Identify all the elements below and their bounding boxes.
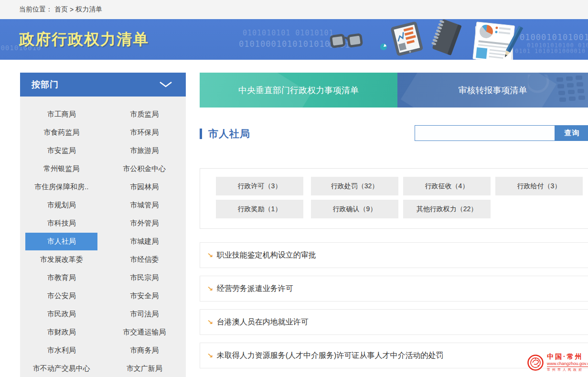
sidebar-item[interactable]: 市财政局 xyxy=(20,323,103,341)
sidebar-item[interactable]: 市科技局 xyxy=(20,214,103,232)
arrow-down-right-icon: ↘ xyxy=(207,352,213,359)
site-logo[interactable]: 中国·常州 www.changzhou.gov.cn 常州市人民政府 xyxy=(527,353,588,372)
sidebar-item[interactable]: 市民宗局 xyxy=(103,269,186,287)
sidebar-item[interactable]: 市旅游局 xyxy=(103,141,186,160)
sidebar-item[interactable]: 市公安局 xyxy=(20,287,103,305)
logo-name: 中国·常州 xyxy=(547,353,588,361)
sidebar-item[interactable]: 市司法局 xyxy=(103,305,186,323)
search-button[interactable]: 查询 xyxy=(555,125,588,141)
arrow-down-right-icon: ↘ xyxy=(207,285,213,292)
category-filter-panel: 行政许可（3） 行政处罚（32） 行政征收（4） 行政给付（3） 行政奖励（1）… xyxy=(200,168,588,229)
category-other-powers[interactable]: 其他行政权力（22） xyxy=(403,200,491,218)
arrow-down-right-icon: ↘ xyxy=(207,318,213,326)
banner-binary-text: 0101010101 01010101 xyxy=(243,29,334,37)
sidebar-header-label: 按部门 xyxy=(32,79,159,90)
category-administrative-payment[interactable]: 行政给付（3） xyxy=(495,177,583,195)
breadcrumb-home-link[interactable]: 首页 xyxy=(54,5,68,14)
sidebar-item[interactable]: 市公积金中心 xyxy=(103,160,186,178)
sidebar-header-by-department[interactable]: 按部门 xyxy=(20,73,186,97)
logo-text: 中国·常州 www.changzhou.gov.cn 常州市人民政府 xyxy=(547,353,588,372)
sidebar-item[interactable]: 市安全局 xyxy=(103,287,186,305)
sidebar-item[interactable]: 市商务局 xyxy=(103,341,186,359)
calculator-illustration xyxy=(528,75,585,106)
list-item[interactable]: ↘ 职业技能鉴定机构设立的审批 xyxy=(200,242,588,268)
sidebar-department-list: 市工商局 市质监局 市食药监局 市环保局 市安监局 市旅游局 常州银监局 市公积… xyxy=(20,97,186,377)
sidebar-item[interactable]: 市发展改革委 xyxy=(20,250,103,269)
category-administrative-reward[interactable]: 行政奖励（1） xyxy=(216,200,303,218)
search-input[interactable] xyxy=(415,125,555,141)
breadcrumb-prefix: 当前位置： xyxy=(19,5,53,14)
sidebar-item[interactable]: 市城管局 xyxy=(103,196,186,214)
glasses-icon xyxy=(330,31,364,51)
logo-url: www.changzhou.gov.cn xyxy=(547,361,588,367)
sidebar-item[interactable]: 市园林局 xyxy=(103,178,186,196)
sidebar-item[interactable]: 市交通运输局 xyxy=(103,323,186,341)
section-title: 市人社局 xyxy=(208,127,250,140)
banner: 0001010010 0101010101 01010101 010100010… xyxy=(0,19,588,60)
sidebar-item[interactable]: 市质监局 xyxy=(103,105,186,123)
section-title-accent-bar xyxy=(200,129,202,139)
logo-subtitle: 常州市人民政府 xyxy=(547,367,588,372)
tab-review-transfer-items[interactable]: 审核转报事项清单 xyxy=(397,73,588,108)
page: 当前位置： 首页 > 权力清单 0001010010 0101010101 01… xyxy=(0,0,588,377)
category-administrative-levy[interactable]: 行政征收（4） xyxy=(403,177,491,195)
category-administrative-confirmation[interactable]: 行政确认（9） xyxy=(311,200,398,218)
sidebar-item[interactable]: 常州银监局 xyxy=(20,160,103,178)
dot-icon xyxy=(380,43,387,51)
sidebar-item[interactable]: 市文广新局 xyxy=(103,359,186,377)
sidebar-item[interactable]: 市经信委 xyxy=(103,250,186,269)
category-administrative-license[interactable]: 行政许可（3） xyxy=(216,177,303,195)
pencil-icon xyxy=(501,24,524,60)
government-seal-icon xyxy=(527,354,544,371)
sidebar-item[interactable]: 市教育局 xyxy=(20,269,103,287)
sidebar-item[interactable]: 市工商局 xyxy=(20,105,103,123)
banner-binary-text: 0101 1010101000010 xyxy=(515,48,586,54)
sidebar-item[interactable]: 市不动产交易中心 xyxy=(20,359,103,377)
sidebar-item[interactable]: 市水利局 xyxy=(20,341,103,359)
page-title: 政府行政权力清单 xyxy=(19,29,149,50)
tablet-chart-icon xyxy=(390,21,424,57)
arrow-down-right-icon: ↘ xyxy=(207,251,213,259)
breadcrumb: 当前位置： 首页 > 权力清单 xyxy=(0,0,588,19)
sidebar-item[interactable]: 市安监局 xyxy=(20,141,103,160)
breadcrumb-separator: > xyxy=(70,6,74,13)
sidebar-item[interactable]: 市城建局 xyxy=(103,232,186,250)
sidebar-item[interactable]: 市食药监局 xyxy=(20,123,103,141)
notebook-icon xyxy=(429,19,462,58)
list-item[interactable]: ↘ 台港澳人员在内地就业许可 xyxy=(200,309,588,335)
banner-binary-text: 01000101010010101010 xyxy=(520,32,588,42)
category-administrative-penalty[interactable]: 行政处罚（32） xyxy=(311,177,398,195)
sidebar-item-selected[interactable]: 市人社局 xyxy=(20,232,103,250)
sidebar-item[interactable]: 市民政局 xyxy=(20,305,103,323)
sidebar-item[interactable]: 市规划局 xyxy=(20,196,103,214)
sidebar-item[interactable]: 市外管局 xyxy=(103,214,186,232)
sidebar-item[interactable]: 市住房保障和房.. xyxy=(20,178,103,196)
breadcrumb-current: 权力清单 xyxy=(75,5,102,14)
chevron-down-icon[interactable] xyxy=(159,81,172,88)
list-item[interactable]: ↘ 经营劳务派遣业务许可 xyxy=(200,276,588,302)
tab-central-vertical-departments[interactable]: 中央垂直部门行政权力事项清单 xyxy=(200,73,397,108)
sidebar-item[interactable]: 市环保局 xyxy=(103,123,186,141)
